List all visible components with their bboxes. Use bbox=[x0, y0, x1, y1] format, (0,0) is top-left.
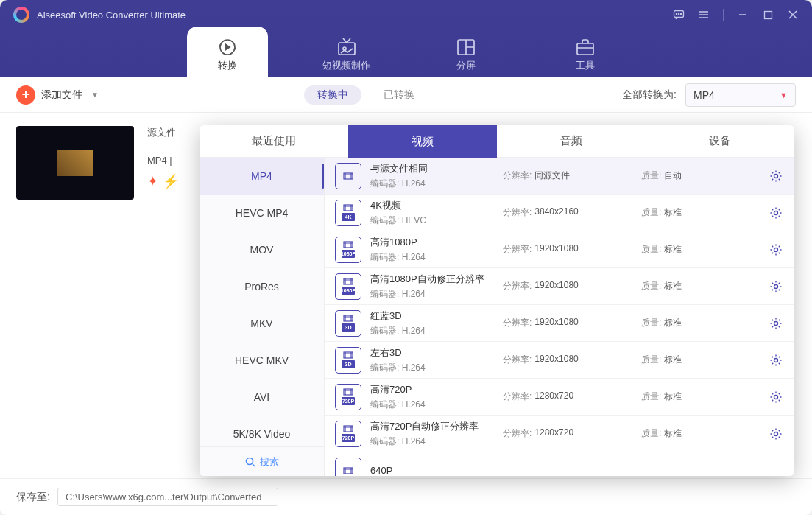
svg-point-10 bbox=[246, 458, 253, 464]
preset-item[interactable]: 3D左右3D编码器: H.264分辨率:1920x1080质量:标准 bbox=[325, 342, 794, 379]
preset-item[interactable]: 720P高清720P编码器: H.264分辨率:1280x720质量:标准 bbox=[325, 379, 794, 416]
preset-quality: 质量:标准 bbox=[641, 317, 730, 329]
minimize-icon[interactable] bbox=[737, 9, 749, 21]
svg-point-3 bbox=[680, 13, 681, 14]
preset-item[interactable]: 640P bbox=[325, 452, 794, 476]
side-format-hevc-mp4[interactable]: HEVC MP4 bbox=[200, 195, 324, 231]
preset-encoder: 编码器: H.264 bbox=[370, 362, 494, 374]
preset-resolution: 分辨率:1920x1080 bbox=[503, 243, 632, 256]
preset-item[interactable]: 1080P高清1080P编码器: H.264分辨率:1920x1080质量:标准 bbox=[325, 231, 794, 268]
save-to-label: 保存至: bbox=[16, 491, 50, 504]
svg-point-16 bbox=[774, 248, 778, 251]
svg-point-14 bbox=[774, 211, 778, 214]
side-format-mkv[interactable]: MKV bbox=[200, 305, 324, 342]
preset-item[interactable]: 3D红蓝3D编码器: H.264分辨率:1920x1080质量:标准 bbox=[325, 305, 794, 342]
side-format-mov[interactable]: MOV bbox=[200, 231, 324, 268]
popup-tab-recent[interactable]: 最近使用 bbox=[200, 125, 348, 158]
side-format-5k-8k-video[interactable]: 5K/8K Video bbox=[200, 416, 324, 446]
collage-icon bbox=[426, 37, 506, 57]
side-format-prores[interactable]: ProRes bbox=[200, 268, 324, 305]
gear-icon[interactable] bbox=[768, 205, 784, 221]
preset-name: 4K视频 bbox=[370, 199, 494, 212]
svg-point-26 bbox=[774, 432, 778, 435]
gear-icon[interactable] bbox=[768, 278, 784, 295]
popup-tab-video[interactable]: 视频 bbox=[348, 125, 497, 158]
preset-badge-icon: 1080P bbox=[335, 273, 361, 300]
tab-convert[interactable]: 转换 bbox=[187, 27, 268, 77]
preset-item[interactable]: 与源文件相同编码器: H.264分辨率:同源文件质量:自动 bbox=[325, 158, 794, 195]
tab-toolbox[interactable]: 工具 bbox=[545, 37, 626, 77]
preset-name: 高清1080P自动修正分辨率 bbox=[370, 273, 494, 286]
preset-encoder: 编码器: H.264 bbox=[370, 251, 494, 264]
preset-resolution: 分辨率:1280x720 bbox=[503, 390, 632, 403]
preset-quality: 质量:标准 bbox=[641, 427, 730, 440]
video-thumbnail[interactable] bbox=[16, 126, 134, 200]
format-dropdown[interactable]: MP4 ▼ bbox=[685, 83, 796, 107]
preset-item[interactable]: 720P高清720P自动修正分辨率编码器: H.264分辨率:1280x720质… bbox=[325, 416, 794, 452]
search-formats[interactable]: 搜索 bbox=[200, 446, 324, 476]
svg-rect-9 bbox=[577, 43, 593, 55]
side-format-hevc-mkv[interactable]: HEVC MKV bbox=[200, 342, 324, 379]
feedback-icon[interactable] bbox=[673, 9, 685, 21]
preset-name: 左右3D bbox=[370, 346, 494, 360]
tab-converted[interactable]: 已转换 bbox=[381, 85, 417, 105]
gear-icon[interactable] bbox=[768, 389, 784, 405]
preset-resolution: 分辨率:3840x2160 bbox=[503, 206, 632, 219]
add-files-button[interactable]: + 添加文件 ▼ bbox=[16, 85, 99, 105]
preset-badge-icon: 720P bbox=[335, 384, 361, 410]
preset-name: 与源文件相同 bbox=[370, 162, 494, 175]
preset-item[interactable]: 4K4K视频编码器: HEVC分辨率:3840x2160质量:标准 bbox=[325, 195, 794, 231]
svg-point-24 bbox=[774, 395, 778, 399]
preset-badge-icon bbox=[335, 163, 361, 189]
preset-badge-icon: 3D bbox=[335, 310, 361, 337]
format-picker-popup: 最近使用 视频 音频 设备 MP4HEVC MP4MOVProResMKVHEV… bbox=[200, 125, 794, 476]
tab-collage[interactable]: 分屏 bbox=[426, 37, 506, 77]
preset-name: 高清720P bbox=[370, 383, 494, 396]
tab-converting[interactable]: 转换中 bbox=[304, 85, 361, 105]
plus-icon: + bbox=[16, 85, 35, 105]
popup-tab-audio[interactable]: 音频 bbox=[497, 125, 646, 158]
svg-rect-4 bbox=[764, 11, 772, 18]
preset-badge-icon: 3D bbox=[335, 347, 361, 374]
preset-resolution: 分辨率:1920x1080 bbox=[503, 280, 632, 292]
preset-quality: 质量:标准 bbox=[641, 243, 730, 256]
output-path[interactable]: C:\Users\www.x6g.com...ter\Output\Conver… bbox=[57, 488, 278, 506]
preset-badge-icon: 1080P bbox=[335, 237, 361, 263]
svg-point-12 bbox=[774, 174, 778, 178]
close-icon[interactable] bbox=[787, 9, 799, 21]
popup-tab-device[interactable]: 设备 bbox=[646, 125, 794, 158]
divider bbox=[723, 9, 724, 21]
menu-icon[interactable] bbox=[698, 9, 710, 21]
svg-point-20 bbox=[774, 321, 778, 325]
preset-item[interactable]: 1080P高清1080P自动修正分辨率编码器: H.264分辨率:1920x10… bbox=[325, 268, 794, 305]
preset-quality: 质量:标准 bbox=[641, 280, 730, 292]
chevron-down-icon: ▼ bbox=[91, 91, 99, 99]
side-format-avi[interactable]: AVI bbox=[200, 379, 324, 416]
gear-icon[interactable] bbox=[768, 315, 784, 332]
preset-resolution: 分辨率:1920x1080 bbox=[503, 317, 632, 329]
preset-encoder: 编码器: HEVC bbox=[370, 214, 494, 227]
preset-name: 红蓝3D bbox=[370, 309, 494, 323]
preset-badge-icon: 4K bbox=[335, 200, 361, 226]
svg-point-18 bbox=[774, 284, 778, 288]
app-title: Aiseesoft Video Converter Ultimate bbox=[37, 10, 673, 21]
preset-name: 高清1080P bbox=[370, 236, 494, 249]
gear-icon[interactable] bbox=[768, 352, 784, 368]
gear-icon[interactable] bbox=[768, 168, 784, 184]
svg-point-22 bbox=[774, 358, 778, 362]
toolbox-icon bbox=[545, 37, 626, 57]
preset-encoder: 编码器: H.264 bbox=[370, 325, 494, 337]
preset-badge-icon: 720P bbox=[335, 421, 361, 447]
preset-resolution: 分辨率:1920x1080 bbox=[503, 354, 632, 366]
gear-icon[interactable] bbox=[768, 426, 784, 442]
preset-quality: 质量:自动 bbox=[641, 169, 730, 182]
side-format-mp4[interactable]: MP4 bbox=[200, 158, 324, 195]
maximize-icon[interactable] bbox=[762, 9, 774, 21]
preset-encoder: 编码器: H.264 bbox=[370, 178, 494, 190]
gear-icon[interactable] bbox=[768, 242, 784, 258]
file-format-line: MP4 | bbox=[147, 155, 179, 166]
effect-icons[interactable]: ✦ ⚡ bbox=[147, 173, 179, 189]
tab-mv[interactable]: 短视频制作 bbox=[306, 37, 387, 77]
mv-icon bbox=[306, 37, 387, 57]
preset-resolution: 分辨率:同源文件 bbox=[503, 169, 632, 182]
